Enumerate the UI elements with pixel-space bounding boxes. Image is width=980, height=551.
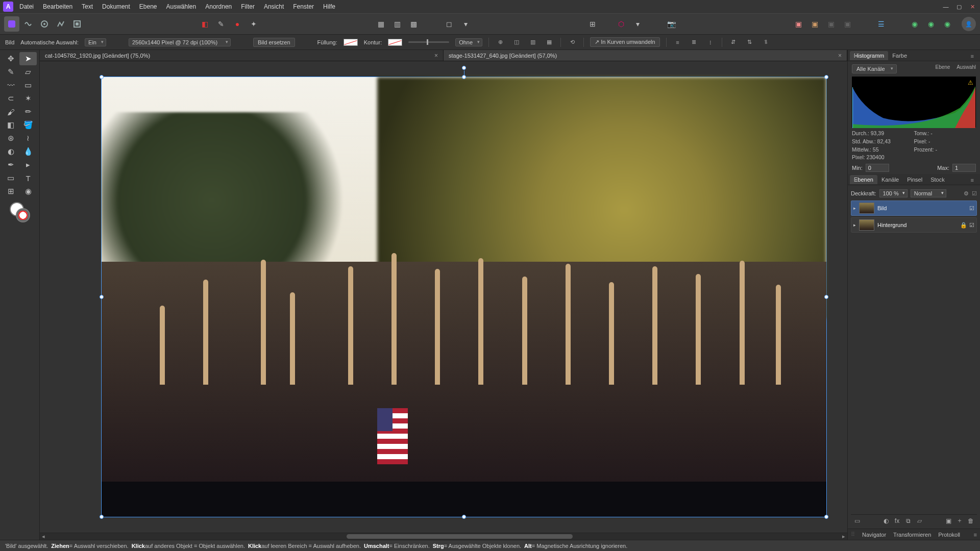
tool-crop-icon[interactable]: ▱: [19, 65, 37, 79]
handle-top-mid[interactable]: [462, 75, 466, 79]
tool-color-swatches[interactable]: [10, 202, 30, 222]
context-convert-curves-button[interactable]: ↗ In Kurven umwandeln: [590, 37, 659, 47]
menu-datei[interactable]: Datei: [19, 3, 34, 10]
tool-mesh-icon[interactable]: ⊞: [2, 185, 19, 198]
layer-visibility-icon[interactable]: ☑: [969, 205, 974, 212]
scroll-right-icon[interactable]: ▸: [840, 533, 847, 540]
handle-top-left[interactable]: [100, 75, 104, 79]
context-fill-swatch[interactable]: [344, 39, 358, 46]
tab-stock[interactable]: Stock: [926, 175, 949, 184]
toolbar-sync3-icon[interactable]: ◉: [940, 17, 954, 31]
toolbar-picker-icon[interactable]: ✎: [214, 17, 228, 31]
menu-bearbeiten[interactable]: Bearbeiten: [43, 3, 72, 10]
tool-erase-icon[interactable]: ◧: [2, 118, 19, 132]
context-show-grid-icon[interactable]: ▦: [544, 37, 554, 47]
toolbar-layer2-icon[interactable]: ▣: [807, 17, 822, 31]
tool-view-icon[interactable]: ✥: [2, 52, 19, 65]
toolbar-auto-icon[interactable]: ✦: [247, 17, 261, 31]
layers-add-icon[interactable]: ＋: [955, 516, 964, 525]
layers-delete-icon[interactable]: 🗑: [967, 517, 975, 524]
tab-kanaele[interactable]: Kanäle: [877, 175, 903, 184]
rotation-handle-icon[interactable]: [462, 66, 466, 70]
window-maximize-icon[interactable]: ▢: [954, 3, 964, 10]
tool-gradient-icon[interactable]: ◉: [19, 185, 37, 198]
context-stroke-width-slider[interactable]: [408, 41, 449, 43]
hist-chip-auswahl[interactable]: Auswahl: [957, 64, 976, 70]
document-tab-1[interactable]: cat-1045782_1920.jpg [Geändert] (75,0%) …: [40, 50, 444, 61]
tool-node-icon[interactable]: ▸: [19, 158, 37, 171]
handle-bot-mid[interactable]: [462, 515, 466, 519]
toolbar-snap-dropdown-icon[interactable]: ▾: [630, 17, 645, 31]
layer-item-hintergrund[interactable]: ▸ Hintergrund 🔒 ☑: [851, 217, 977, 233]
toolbar-align-icon[interactable]: ☰: [874, 17, 888, 31]
document-tab-1-close-icon[interactable]: ×: [434, 52, 438, 59]
toolbar-crop-frame-icon[interactable]: ◻: [442, 17, 456, 31]
menu-anordnen[interactable]: Anordnen: [205, 3, 232, 10]
tool-shape-icon[interactable]: ▭: [2, 171, 19, 185]
context-stroke-style-dropdown[interactable]: Ohne: [455, 38, 482, 46]
tool-liquify-icon[interactable]: ≀: [19, 132, 37, 145]
tab-transformieren[interactable]: Transformieren: [893, 532, 931, 538]
toolbar-layer3-icon[interactable]: ▣: [824, 17, 838, 31]
tool-flood-select-icon[interactable]: ✶: [19, 92, 37, 105]
toolbar-snap-icon[interactable]: ⬡: [614, 17, 628, 31]
tab-pinsel[interactable]: Pinsel: [903, 175, 926, 184]
panel-grip-icon[interactable]: ⠿: [851, 531, 855, 538]
menu-auswaehlen[interactable]: Auswählen: [166, 3, 196, 10]
toolbar-sync1-icon[interactable]: ◉: [908, 17, 922, 31]
handle-bot-left[interactable]: [100, 515, 104, 519]
toolbar-dropdown-icon[interactable]: ▾: [458, 17, 473, 31]
context-align2-icon[interactable]: ≣: [689, 37, 699, 47]
toolbar-grid-icon[interactable]: ▩: [406, 17, 421, 31]
menu-text[interactable]: Text: [82, 3, 93, 10]
context-dist3-icon[interactable]: ⥮: [761, 37, 771, 47]
hist-max-input[interactable]: [952, 164, 976, 172]
tool-selection-brush-icon[interactable]: 〰: [2, 79, 19, 92]
tool-pixel-icon[interactable]: ✏: [19, 105, 37, 118]
panel-grip-icon[interactable]: ⠿: [848, 177, 859, 184]
context-transform-origin-icon[interactable]: ◫: [511, 37, 522, 47]
tab-protokoll[interactable]: Protokoll: [938, 532, 960, 538]
tab-navigator[interactable]: Navigator: [862, 532, 886, 538]
menu-fenster[interactable]: Fenster: [293, 3, 314, 10]
scroll-thumb[interactable]: [347, 534, 573, 539]
persona-export-icon[interactable]: [69, 16, 85, 32]
window-minimize-icon[interactable]: —: [941, 3, 950, 10]
panel-grip-icon[interactable]: ⠿: [848, 53, 859, 60]
toolbar-camera-icon[interactable]: 📷: [664, 17, 678, 31]
context-stroke-swatch[interactable]: [388, 39, 402, 46]
context-lock-children-icon[interactable]: ⊕: [495, 37, 505, 47]
tool-lasso-icon[interactable]: ⊂: [2, 92, 19, 105]
context-align3-icon[interactable]: ⫶: [705, 37, 716, 47]
menu-filter[interactable]: Filter: [241, 3, 255, 10]
layer-visibility-icon[interactable]: ☑: [969, 222, 974, 229]
context-align1-icon[interactable]: ≡: [673, 37, 683, 47]
context-autoselect-dropdown[interactable]: Ein: [85, 38, 106, 46]
hist-chip-ebene[interactable]: Ebene: [935, 64, 950, 70]
toolbar-layer4-icon[interactable]: ▣: [840, 17, 854, 31]
persona-tone-icon[interactable]: [53, 16, 68, 32]
layer-item-bild[interactable]: ▸ Bild ☑: [851, 201, 977, 216]
menu-ebene[interactable]: Ebene: [139, 3, 157, 10]
canvas-selection-bounds[interactable]: [101, 77, 827, 517]
context-cycle-select-icon[interactable]: ⟲: [567, 37, 577, 47]
layers-gear-icon[interactable]: ⚙: [964, 190, 969, 197]
histogram-panel-menu-icon[interactable]: ≡: [967, 52, 978, 61]
layer-lock-icon[interactable]: 🔒: [960, 222, 967, 229]
persona-photo-icon[interactable]: [4, 16, 19, 32]
tool-pen-icon[interactable]: ✒: [2, 158, 19, 171]
canvas-viewport[interactable]: [40, 61, 847, 533]
toolbar-color-icon[interactable]: ●: [230, 17, 244, 31]
toolbar-arrange-icon[interactable]: ⊞: [585, 17, 600, 31]
scroll-left-icon[interactable]: ◂: [40, 533, 47, 540]
persona-liquify-icon[interactable]: [20, 16, 36, 32]
layers-group-icon[interactable]: ▣: [944, 517, 952, 524]
tool-clone-icon[interactable]: ⊛: [2, 132, 19, 145]
layers-live-icon[interactable]: ⧉: [904, 517, 913, 524]
menu-ansicht[interactable]: Ansicht: [264, 3, 284, 10]
context-hide-selection-icon[interactable]: ▥: [528, 37, 538, 47]
tool-color-picker-icon[interactable]: ✎: [2, 65, 19, 79]
tool-smudge-icon[interactable]: 💧: [19, 145, 37, 158]
window-close-icon[interactable]: ✕: [968, 3, 977, 10]
layer-expand-icon[interactable]: ▸: [853, 206, 856, 211]
